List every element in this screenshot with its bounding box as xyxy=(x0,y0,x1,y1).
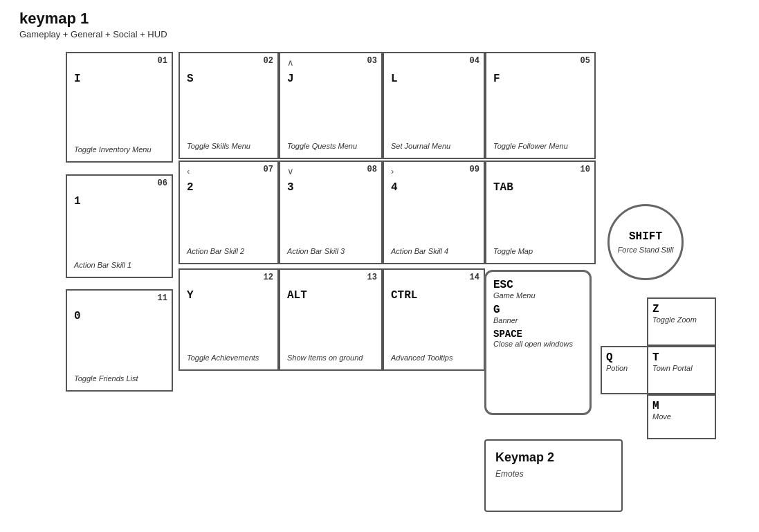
t-label: Town Portal xyxy=(652,364,711,372)
cell-key-10: TAB xyxy=(493,181,513,194)
shift-label: Force Stand Still xyxy=(618,246,674,254)
cell-num-11: 11 xyxy=(158,293,167,303)
cell-key-13: ALT xyxy=(287,289,307,302)
cell-num-02: 02 xyxy=(264,56,273,66)
cell-key-04: L xyxy=(391,73,398,85)
keymap2-cell[interactable]: Keymap 2 Emotes xyxy=(484,439,623,512)
q-key: Q xyxy=(606,351,643,364)
key-cell-07: ‹ 07 2 Action Bar Skill 2 xyxy=(179,160,279,264)
esc-label: Game Menu xyxy=(493,291,583,300)
key-cell-11: 11 0 Toggle Friends List xyxy=(66,289,173,392)
cell-label-08: Action Bar Skill 3 xyxy=(287,246,345,256)
cell-key-08: 3 xyxy=(287,181,294,194)
cell-key-12: Y xyxy=(187,289,194,302)
cell-num-08: 08 xyxy=(367,165,377,174)
key-cell-08: ∨ 08 3 Action Bar Skill 3 xyxy=(279,160,383,264)
cell-num-05: 05 xyxy=(580,56,590,66)
q-key-cell: Q Potion xyxy=(601,346,649,394)
z-key: Z xyxy=(652,303,711,315)
cell-key-07: 2 xyxy=(187,181,194,194)
cell-num-10: 10 xyxy=(580,165,590,174)
shift-key-cell: SHIFT Force Stand Still xyxy=(607,204,684,280)
key-cell-03: ∧ 03 J Toggle Quests Menu xyxy=(279,52,383,159)
key-cell-10: 10 TAB Toggle Map xyxy=(485,160,596,264)
page-title: keymap 1 xyxy=(19,10,89,28)
cell-label-11: Toggle Friends List xyxy=(74,374,138,383)
g-key: G xyxy=(493,304,583,316)
cell-key-02: S xyxy=(187,73,194,85)
esc-group: ESC Game Menu G Banner SPACE Close all o… xyxy=(484,270,592,415)
space-key-section: SPACE Close all open windows xyxy=(493,329,583,348)
cell-label-05: Toggle Follower Menu xyxy=(493,141,568,151)
q-label: Potion xyxy=(606,364,643,372)
m-key: M xyxy=(652,400,711,412)
m-label: Move xyxy=(652,412,711,421)
g-key-section: G Banner xyxy=(493,304,583,324)
cell-key-09: 4 xyxy=(391,181,398,194)
keymap2-sublabel: Emotes xyxy=(495,469,612,479)
page-subtitle: Gameplay + General + Social + HUD xyxy=(19,29,167,39)
key-cell-12: 12 Y Toggle Achievements xyxy=(179,268,279,371)
space-key: SPACE xyxy=(493,329,583,340)
cell-num-14: 14 xyxy=(470,273,479,282)
cell-label-04: Set Journal Menu xyxy=(391,141,450,151)
cell-num-01: 01 xyxy=(158,56,167,66)
cell-num-03: 03 xyxy=(367,56,377,66)
shift-key: SHIFT xyxy=(629,230,662,243)
cell-key-05: F xyxy=(493,73,500,85)
cell-arrow-03: ∧ xyxy=(287,57,294,68)
cell-num-07: 07 xyxy=(264,165,273,174)
key-cell-06: 06 1 Action Bar Skill 1 xyxy=(66,174,173,278)
key-cell-14: 14 CTRL Advanced Tooltips xyxy=(383,268,485,371)
g-label: Banner xyxy=(493,316,583,324)
space-label: Close all open windows xyxy=(493,340,583,348)
key-cell-04: 04 L Set Journal Menu xyxy=(383,52,485,159)
z-key-cell: Z Toggle Zoom xyxy=(647,297,716,346)
cell-key-01: I xyxy=(74,73,81,85)
cell-key-14: CTRL xyxy=(391,289,417,302)
keymap2-label: Keymap 2 xyxy=(495,450,612,465)
cell-label-06: Action Bar Skill 1 xyxy=(74,260,131,270)
cell-label-09: Action Bar Skill 4 xyxy=(391,246,448,256)
cell-label-13: Show items on ground xyxy=(287,353,363,363)
cell-label-02: Toggle Skills Menu xyxy=(187,141,250,151)
key-cell-02: 02 S Toggle Skills Menu xyxy=(179,52,279,159)
esc-key-section: ESC Game Menu xyxy=(493,279,583,300)
cell-label-07: Action Bar Skill 2 xyxy=(187,246,244,256)
esc-key: ESC xyxy=(493,279,583,291)
key-cell-05: 05 F Toggle Follower Menu xyxy=(485,52,596,159)
cell-label-10: Toggle Map xyxy=(493,246,533,256)
cell-num-09: 09 xyxy=(470,165,479,174)
cell-arrow-07: ‹ xyxy=(187,166,190,176)
t-key: T xyxy=(652,351,711,364)
cell-label-14: Advanced Tooltips xyxy=(391,353,453,363)
cell-label-03: Toggle Quests Menu xyxy=(287,141,357,151)
key-cell-01: 01 I Toggle Inventory Menu xyxy=(66,52,173,163)
m-key-cell: M Move xyxy=(647,394,716,439)
cell-arrow-09: › xyxy=(391,166,394,176)
cell-label-01: Toggle Inventory Menu xyxy=(74,145,152,154)
key-cell-09: › 09 4 Action Bar Skill 4 xyxy=(383,160,485,264)
cell-label-12: Toggle Achievements xyxy=(187,353,259,363)
key-cell-13: 13 ALT Show items on ground xyxy=(279,268,383,371)
t-key-cell: T Town Portal xyxy=(647,346,716,394)
cell-num-04: 04 xyxy=(470,56,479,66)
cell-key-06: 1 xyxy=(74,195,81,208)
z-label: Toggle Zoom xyxy=(652,315,711,324)
cell-key-11: 0 xyxy=(74,310,81,322)
cell-num-13: 13 xyxy=(367,273,377,282)
cell-num-12: 12 xyxy=(264,273,273,282)
cell-num-06: 06 xyxy=(158,178,167,188)
cell-key-03: J xyxy=(287,73,294,85)
cell-arrow-08: ∨ xyxy=(287,166,294,176)
